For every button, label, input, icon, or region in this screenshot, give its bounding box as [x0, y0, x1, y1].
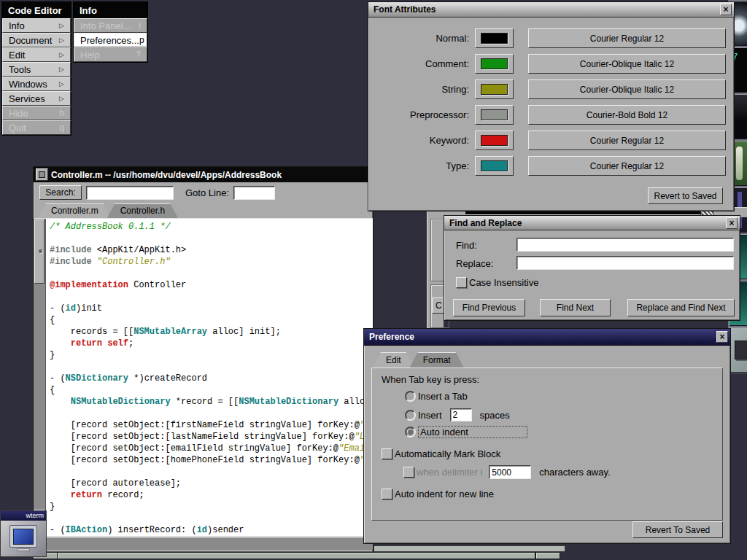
code-segment: [record setObject:[lastNameField stringV…	[50, 432, 355, 442]
goto-line-input[interactable]	[233, 186, 275, 200]
mark-block-label: Automatically Mark Block	[395, 448, 500, 459]
code-segment: id	[197, 525, 207, 535]
find-input[interactable]	[516, 238, 734, 252]
editor-titlebar[interactable]: Controller.m -- /usr/home/dvu/devel/Apps…	[34, 167, 373, 182]
menu-item-key: ?	[136, 50, 141, 60]
insert-spaces-radio[interactable]	[405, 410, 416, 421]
preference-panel: Preference × EditFormat When Tab key is …	[363, 328, 731, 544]
code-segment: "Controller.h"	[97, 257, 171, 267]
close-icon[interactable]: ×	[716, 331, 728, 343]
code-line: [record setObject:[emailField stringValu…	[50, 443, 373, 454]
color-well[interactable]	[475, 131, 514, 150]
color-swatch	[481, 84, 508, 95]
replace-and-find-next-button[interactable]: Replace and Find Next	[627, 299, 735, 316]
menu-item-edit[interactable]: Edit▷	[2, 47, 71, 62]
insert-tab-radio[interactable]	[405, 391, 416, 402]
delimiter-checkbox[interactable]	[403, 467, 414, 478]
font-select-button[interactable]: Courier-Bold Bold 12	[528, 105, 726, 125]
menu-item-info-panel[interactable]: Info Panel...i	[74, 18, 147, 33]
menu-item-services[interactable]: Services▷	[2, 91, 71, 106]
code-line: }	[50, 501, 373, 513]
background-window-bottom-edge	[374, 545, 565, 552]
close-icon[interactable]: ×	[720, 4, 732, 15]
font-select-button[interactable]: Courier-Oblique Italic 12	[528, 54, 726, 74]
color-well[interactable]	[475, 28, 514, 48]
auto-indent-newline-checkbox[interactable]	[382, 489, 392, 499]
case-insensitive-label: Case Insensitive	[469, 277, 538, 288]
spaces-count-input[interactable]	[450, 408, 472, 421]
code-line: - (IBAction) insertRecord: (id)sender	[50, 524, 373, 536]
menu-item-info[interactable]: Info▷	[2, 18, 71, 33]
code-segment: records = [[	[50, 327, 133, 337]
auto-indent-radio[interactable]	[405, 427, 416, 438]
color-well[interactable]	[475, 105, 514, 125]
color-well[interactable]	[475, 54, 514, 74]
color-swatch	[481, 135, 508, 146]
wterm-miniwindow[interactable]: wterm	[0, 510, 47, 557]
auto-indent-label[interactable]: Auto indent	[418, 426, 527, 438]
font-attributes-panel: Font Attributes × Normal:Courier Regular…	[368, 1, 735, 211]
code-line	[50, 361, 373, 373]
window-resize-bar[interactable]	[33, 552, 560, 559]
attribute-label: Preprocessor:	[376, 109, 469, 120]
tab-controller.m[interactable]: Controller.m	[38, 203, 112, 218]
tab-edit[interactable]: Edit	[373, 352, 414, 368]
code-text-view[interactable]: /* AddressBook 0.1.1 */ #include <AppKit…	[46, 219, 373, 537]
vertical-scrollbar[interactable]: ▲ ▼	[34, 219, 46, 537]
color-well[interactable]	[475, 156, 514, 176]
color-well[interactable]	[475, 79, 514, 99]
menu-item-tools[interactable]: Tools▷	[2, 62, 71, 77]
menu-item-hide[interactable]: Hideh	[2, 106, 71, 120]
font-select-button[interactable]: Courier Regular 12	[528, 131, 726, 150]
preference-titlebar[interactable]: Preference ×	[364, 329, 730, 346]
menu-item-key: h	[59, 108, 64, 118]
code-segment	[50, 397, 71, 407]
code-segment: - (	[50, 373, 66, 384]
attribute-label: String:	[376, 84, 469, 95]
menu-item-quit[interactable]: Quitq	[2, 120, 71, 135]
font-attribute-row: String:Courier-Oblique Italic 12	[376, 79, 727, 99]
code-line: return record;	[50, 489, 373, 501]
resize-bar-right[interactable]	[535, 553, 560, 559]
submenu-arrow-icon: ▷	[59, 80, 64, 88]
menu-item-help[interactable]: Help?	[74, 47, 147, 62]
code-line	[50, 513, 373, 524]
case-insensitive-checkbox[interactable]	[456, 277, 467, 288]
scrollbar-knob[interactable]	[34, 219, 44, 284]
font-select-button[interactable]: Courier-Oblique Italic 12	[528, 79, 726, 99]
mark-block-checkbox[interactable]	[382, 448, 392, 459]
revert-to-saved-button[interactable]: Revert To Saved	[632, 521, 723, 538]
font-attribute-row: Comment:Courier-Oblique Italic 12	[376, 54, 727, 74]
code-segment: return self	[71, 338, 128, 349]
info-submenu-title[interactable]: Info	[74, 2, 147, 18]
code-segment: [record setObject:[emailField stringValu…	[50, 443, 338, 454]
find-replace-title: Find and Replace	[446, 218, 726, 228]
find-previous-button[interactable]: Find Previous	[453, 299, 525, 316]
horizontal-scrollbar[interactable]	[34, 537, 373, 550]
replace-input[interactable]	[516, 256, 734, 270]
revert-to-saved-button[interactable]: Revert to Saved	[648, 187, 723, 204]
menu-item-document[interactable]: Document▷	[2, 33, 71, 47]
code-segment	[50, 338, 71, 349]
code-line	[50, 466, 373, 478]
search-button[interactable]: Search:	[39, 185, 82, 200]
miniaturize-button[interactable]	[36, 168, 48, 181]
font-attributes-titlebar[interactable]: Font Attributes ×	[368, 2, 734, 18]
tab-controller.h[interactable]: Controller.h	[107, 203, 178, 218]
menu-item-preferences[interactable]: Preferences...p	[74, 33, 147, 47]
code-segment: {	[50, 315, 55, 325]
auto-indent-newline-label: Auto indent for new line	[395, 489, 494, 499]
tab-format[interactable]: Format	[410, 352, 464, 368]
find-replace-titlebar[interactable]: Find and Replace ×	[444, 216, 740, 230]
font-select-button[interactable]: Courier Regular 12	[528, 156, 726, 176]
font-select-button[interactable]: Courier Regular 12	[528, 28, 726, 48]
close-icon[interactable]: ×	[726, 217, 738, 229]
delimiter-distance-input[interactable]	[489, 465, 531, 479]
find-next-button[interactable]: Find Next	[540, 299, 611, 316]
main-menu-title[interactable]: Code Editor	[2, 2, 71, 18]
menu-item-windows[interactable]: Windows▷	[2, 77, 71, 91]
resize-bar-middle[interactable]	[58, 553, 535, 559]
search-input[interactable]	[86, 186, 174, 200]
menu-item-label: Tools	[9, 64, 31, 75]
code-segment: Controller	[128, 280, 186, 290]
